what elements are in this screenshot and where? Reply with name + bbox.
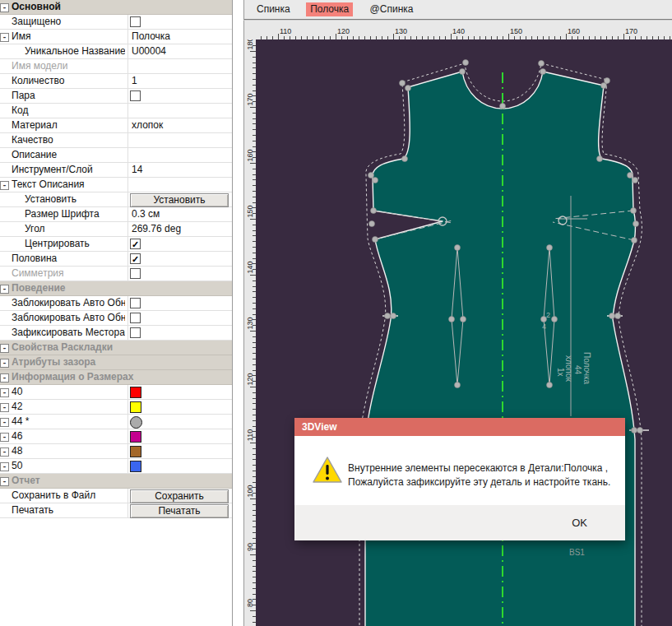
- tab-spinka-mirror[interactable]: @Спинка: [366, 2, 418, 16]
- control-point[interactable]: [631, 208, 637, 214]
- control-point[interactable]: [455, 383, 461, 388]
- control-point[interactable]: [637, 428, 643, 434]
- control-point[interactable]: [628, 173, 633, 179]
- control-point[interactable]: [597, 156, 603, 162]
- checkbox[interactable]: [130, 16, 141, 27]
- expand-toggle-icon[interactable]: -: [0, 403, 9, 412]
- checkbox[interactable]: ✓: [130, 253, 141, 264]
- property-value[interactable]: хлопок: [132, 118, 230, 132]
- checkbox[interactable]: ✓: [130, 239, 141, 249]
- ruler-label: 170: [625, 27, 637, 35]
- control-point[interactable]: [632, 238, 637, 243]
- control-point[interactable]: [400, 81, 406, 86]
- property-row: Сохранить в ФайлСохранить: [0, 489, 232, 503]
- control-point[interactable]: [540, 69, 546, 75]
- property-label: 48: [12, 444, 125, 458]
- expand-toggle-icon[interactable]: -: [0, 3, 9, 12]
- property-value[interactable]: Полочка: [132, 30, 230, 44]
- value-button[interactable]: Сохранить: [130, 489, 229, 503]
- column-divider: [127, 74, 128, 89]
- column-divider: [127, 15, 128, 30]
- property-value[interactable]: [132, 133, 230, 147]
- control-point[interactable]: [547, 383, 553, 388]
- property-value[interactable]: U00004: [132, 44, 230, 58]
- property-label: Материал: [12, 118, 125, 132]
- expand-toggle-icon[interactable]: -: [0, 462, 9, 471]
- control-point[interactable]: [463, 60, 469, 66]
- ruler-tick: [336, 34, 336, 39]
- app-window: { "colors":{ "canvas_bg":"#382a40","piec…: [0, 0, 672, 626]
- column-divider: [127, 400, 128, 415]
- property-value[interactable]: 0.3 см: [132, 207, 230, 221]
- value-button[interactable]: Установить: [130, 193, 229, 207]
- property-value[interactable]: [132, 59, 230, 73]
- control-point[interactable]: [632, 428, 637, 434]
- color-swatch[interactable]: [130, 401, 141, 413]
- property-value[interactable]: 1: [132, 74, 230, 88]
- control-point[interactable]: [449, 317, 455, 322]
- expand-toggle-icon[interactable]: -: [0, 181, 9, 190]
- control-point[interactable]: [371, 208, 377, 214]
- color-swatch[interactable]: [130, 431, 141, 443]
- expand-toggle-icon[interactable]: -: [0, 373, 9, 383]
- property-label: Угол: [25, 222, 125, 236]
- control-point[interactable]: [391, 313, 396, 319]
- control-point[interactable]: [373, 237, 378, 243]
- section-row: -Основной: [0, 0, 232, 15]
- property-value[interactable]: [132, 104, 230, 118]
- control-point[interactable]: [552, 317, 558, 322]
- color-swatch[interactable]: [130, 387, 141, 398]
- expand-toggle-icon[interactable]: -: [0, 477, 9, 486]
- expand-toggle-icon[interactable]: -: [0, 388, 9, 397]
- control-point[interactable]: [406, 86, 411, 91]
- property-label: 44 *: [12, 415, 125, 429]
- horizontal-ruler: 110120130140150160170: [256, 27, 672, 39]
- expand-toggle-icon[interactable]: -: [0, 285, 9, 294]
- checkbox[interactable]: [130, 327, 141, 338]
- property-value[interactable]: [132, 148, 230, 162]
- color-swatch[interactable]: [130, 461, 141, 472]
- control-point[interactable]: [369, 221, 375, 227]
- control-point[interactable]: [601, 83, 607, 89]
- expand-toggle-icon[interactable]: -: [0, 433, 9, 442]
- expand-toggle-icon[interactable]: -: [0, 418, 9, 427]
- color-swatch[interactable]: [130, 416, 142, 429]
- ok-button[interactable]: OK: [565, 515, 594, 531]
- dialog-title-bar[interactable]: 3DView: [294, 418, 625, 436]
- control-point[interactable]: [633, 221, 639, 227]
- control-point[interactable]: [402, 156, 408, 162]
- control-point[interactable]: [368, 173, 374, 179]
- control-point[interactable]: [500, 104, 506, 109]
- tab-polochka[interactable]: Полочка: [306, 2, 353, 16]
- column-divider: [127, 459, 128, 474]
- ruler-label: 120: [337, 27, 350, 35]
- checkbox[interactable]: [130, 298, 141, 308]
- tab-spinka[interactable]: Спинка: [253, 2, 294, 16]
- control-point[interactable]: [539, 61, 545, 67]
- control-point[interactable]: [633, 178, 638, 183]
- property-row: -42: [0, 400, 232, 415]
- color-swatch[interactable]: [130, 446, 141, 457]
- expand-toggle-icon[interactable]: -: [0, 344, 9, 353]
- control-point[interactable]: [461, 317, 466, 322]
- property-value[interactable]: 14: [132, 163, 230, 177]
- value-button[interactable]: Печатать: [130, 504, 229, 518]
- control-point[interactable]: [547, 245, 553, 251]
- control-point[interactable]: [385, 313, 391, 319]
- property-value[interactable]: 269.76 deg: [132, 222, 230, 236]
- expand-toggle-icon[interactable]: -: [0, 33, 9, 42]
- expand-toggle-icon[interactable]: -: [0, 359, 9, 368]
- property-value[interactable]: [132, 178, 230, 192]
- checkbox[interactable]: [130, 313, 141, 323]
- expand-toggle-icon[interactable]: -: [0, 447, 9, 457]
- control-point[interactable]: [455, 245, 461, 251]
- checkbox[interactable]: [130, 268, 141, 279]
- control-point[interactable]: [373, 178, 378, 183]
- control-point[interactable]: [460, 69, 466, 75]
- control-point[interactable]: [609, 313, 615, 319]
- ruler-label: 130: [395, 27, 407, 35]
- control-point[interactable]: [605, 78, 610, 84]
- checkbox[interactable]: [130, 90, 141, 101]
- column-divider: [127, 59, 128, 74]
- control-point[interactable]: [615, 313, 621, 319]
